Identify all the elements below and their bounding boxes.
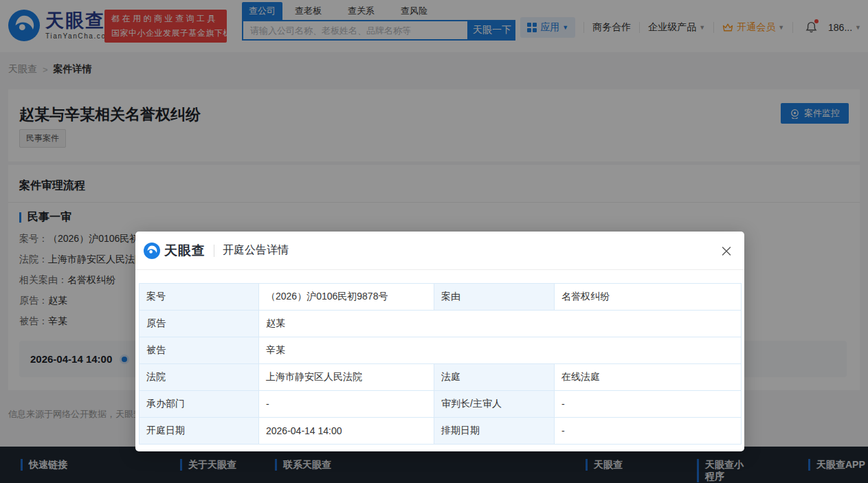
table-row: 原告赵某 <box>140 311 742 337</box>
table-label-cell: 案由 <box>434 284 555 311</box>
table-row: 被告辛某 <box>140 337 742 364</box>
modal-header-divider <box>214 245 214 257</box>
table-label-cell: 被告 <box>140 337 259 364</box>
modal-logo-brand: 天眼查 <box>164 242 205 260</box>
table-value-cell: （2026）沪0106民初9878号 <box>259 284 434 311</box>
modal-close-button[interactable] <box>717 241 736 260</box>
table-value-cell: 2026-04-14 14:00 <box>259 418 434 445</box>
table-value-cell: - <box>259 391 434 418</box>
modal-body: 案号（2026）沪0106民初9878号案由名誉权纠纷原告赵某被告辛某法院上海市… <box>135 270 744 445</box>
table-label-cell: 审判长/主审人 <box>434 391 555 418</box>
table-label-cell: 排期日期 <box>434 418 555 445</box>
hearing-detail-table: 案号（2026）沪0106民初9878号案由名誉权纠纷原告赵某被告辛某法院上海市… <box>139 283 742 445</box>
table-value-cell: 上海市静安区人民法院 <box>259 364 434 391</box>
table-row: 承办部门-审判长/主审人- <box>140 391 742 418</box>
table-label-cell: 开庭日期 <box>140 418 259 445</box>
table-value-cell: - <box>555 391 742 418</box>
table-value-cell: - <box>555 418 742 445</box>
table-value-cell: 辛某 <box>259 337 742 364</box>
table-value-cell: 赵某 <box>259 311 742 337</box>
hearing-detail-modal: 天眼查 开庭公告详情 案号（2026）沪0106民初9878号案由名誉权纠纷原告… <box>135 232 744 451</box>
tianyancha-swirl-icon <box>144 243 160 259</box>
table-row: 案号（2026）沪0106民初9878号案由名誉权纠纷 <box>140 284 742 311</box>
table-row: 开庭日期2026-04-14 14:00排期日期- <box>140 418 742 445</box>
table-value-cell: 在线法庭 <box>555 364 742 391</box>
page: 天眼查 TianYanCha.com 都在用的商业查询工具 国家中小企业发展子基… <box>0 0 868 483</box>
modal-header: 天眼查 开庭公告详情 <box>135 232 744 270</box>
table-label-cell: 案号 <box>140 284 259 311</box>
modal-title: 开庭公告详情 <box>223 243 289 258</box>
table-label-cell: 承办部门 <box>140 391 259 418</box>
table-label-cell: 原告 <box>140 311 259 337</box>
close-icon <box>721 245 732 257</box>
table-row: 法院上海市静安区人民法院法庭在线法庭 <box>140 364 742 391</box>
table-label-cell: 法院 <box>140 364 259 391</box>
table-label-cell: 法庭 <box>434 364 555 391</box>
table-value-cell: 名誉权纠纷 <box>555 284 742 311</box>
